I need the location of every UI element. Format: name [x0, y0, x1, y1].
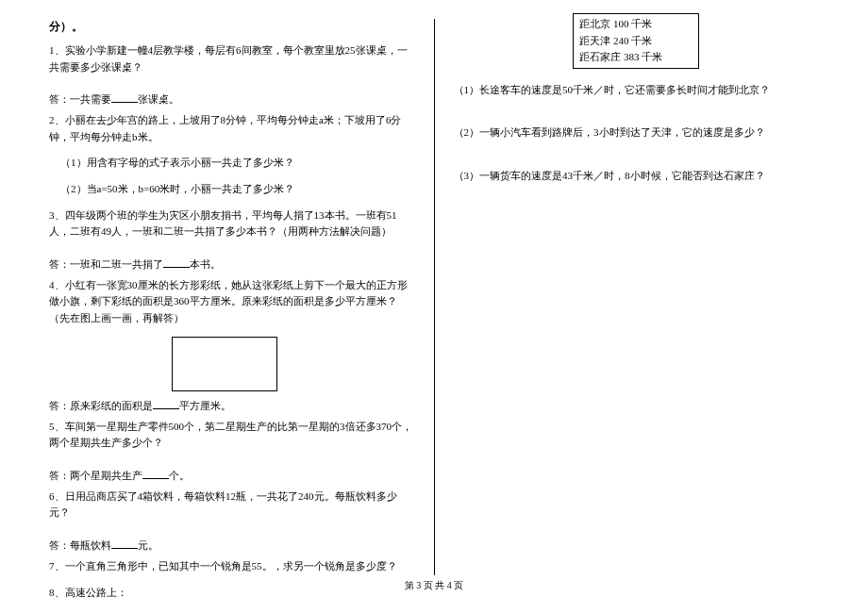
- answer-1: 答：一共需要张课桌。: [49, 91, 415, 107]
- answer-3-prefix: 答：一班和二班一共捐了: [49, 258, 163, 270]
- right-q3: （3）一辆货车的速度是43千米／时，8小时候，它能否到达石家庄？: [454, 168, 820, 185]
- problem-2: 2、小丽在去少年宫的路上，上坡用了8分钟，平均每分钟走a米；下坡用了6分钟，平均…: [49, 112, 415, 145]
- blank: [153, 397, 179, 409]
- problem-5: 5、车间第一星期生产零件500个，第二星期生产的比第一星期的3倍还多370个，两…: [49, 419, 415, 452]
- answer-5-prefix: 答：两个星期共生产: [49, 470, 142, 481]
- right-q1: （1）长途客车的速度是50千米／时，它还需要多长时间才能到北京？: [454, 82, 820, 99]
- blank: [163, 256, 190, 268]
- answer-6: 答：每瓶饮料元。: [49, 537, 415, 553]
- figure-rectangle: [172, 337, 277, 391]
- answer-6-suffix: 元。: [138, 539, 159, 551]
- problem-2-2: （2）当a=50米，b=60米时，小丽一共走了多少米？: [60, 181, 415, 198]
- answer-1-suffix: 张课桌。: [138, 93, 179, 105]
- problem-6: 6、日用品商店买了4箱饮料，每箱饮料12瓶，一共花了240元。每瓶饮料多少元？: [49, 489, 415, 522]
- problem-7: 7、一个直角三角形中，已知其中一个锐角是55。，求另一个锐角是多少度？: [49, 558, 415, 575]
- sign-line-3: 距石家庄 383 千米: [579, 49, 693, 66]
- answer-3-suffix: 本书。: [190, 258, 221, 270]
- answer-1-prefix: 答：一共需要: [49, 93, 111, 105]
- page: 分）。 1、实验小学新建一幢4层教学楼，每层有6间教室，每个教室里放25张课桌，…: [0, 0, 868, 575]
- problem-4: 4、小红有一张宽30厘米的长方形彩纸，她从这张彩纸上剪下一个最大的正方形做小旗，…: [49, 277, 415, 327]
- right-q2: （2）一辆小汽车看到路牌后，3小时到达了天津，它的速度是多少？: [454, 124, 820, 141]
- sign-line-2: 距天津 240 千米: [579, 33, 693, 50]
- answer-4-prefix: 答：原来彩纸的面积是: [49, 400, 153, 411]
- problem-1: 1、实验小学新建一幢4层教学楼，每层有6间教室，每个教室里放25张课桌，一共需要…: [49, 42, 415, 75]
- section-title: 分）。: [49, 19, 415, 35]
- answer-3: 答：一班和二班一共捐了本书。: [49, 256, 415, 272]
- blank: [142, 467, 169, 479]
- answer-4: 答：原来彩纸的面积是平方厘米。: [49, 397, 415, 413]
- answer-5-suffix: 个。: [169, 470, 190, 481]
- sign-line-1: 距北京 100 千米: [579, 16, 693, 33]
- answer-6-prefix: 答：每瓶饮料: [49, 539, 111, 551]
- problem-8: 8、高速公路上：: [49, 585, 415, 602]
- problem-2-1: （1）用含有字母的式子表示小丽一共走了多少米？: [60, 155, 415, 172]
- right-column: 距北京 100 千米 距天津 240 千米 距石家庄 383 千米 （1）长途客…: [442, 19, 831, 575]
- answer-4-suffix: 平方厘米。: [179, 400, 231, 411]
- left-column: 分）。 1、实验小学新建一幢4层教学楼，每层有6间教室，每个教室里放25张课桌，…: [38, 19, 426, 575]
- blank: [111, 537, 138, 549]
- blank: [111, 91, 138, 103]
- road-sign-box: 距北京 100 千米 距天津 240 千米 距石家庄 383 千米: [573, 13, 699, 69]
- column-divider: [434, 19, 435, 575]
- answer-5: 答：两个星期共生产个。: [49, 467, 415, 483]
- problem-3: 3、四年级两个班的学生为灾区小朋友捐书，平均每人捐了13本书。一班有51人，二班…: [49, 207, 415, 240]
